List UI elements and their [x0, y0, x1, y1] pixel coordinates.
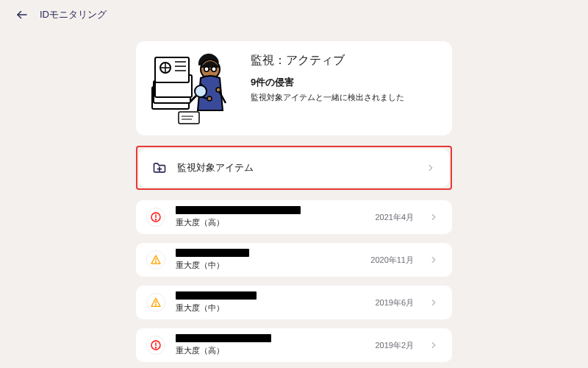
breach-date: 2019年6月: [375, 297, 414, 308]
breach-main: 重大度（中）: [176, 249, 360, 271]
breach-date: 2021年4月: [375, 212, 414, 223]
status-text: 監視：アクティブ 9件の侵害 監視対象アイテムと一緒に検出されました: [251, 52, 439, 103]
status-desc: 監視対象アイテムと一緒に検出されました: [251, 92, 439, 103]
severity-label: 重大度（中）: [176, 302, 365, 314]
arrow-left-icon: [15, 8, 29, 21]
breach-list: 重大度（高） 2021年4月 重大度（中） 2020年11月 重大度（中）: [136, 200, 452, 362]
breach-date: 2019年2月: [375, 340, 414, 351]
breach-row[interactable]: 重大度（中） 2020年11月: [136, 243, 452, 277]
svg-point-16: [212, 67, 216, 71]
alert-circle-icon: [146, 336, 165, 355]
monitored-items-label: 監視対象アイテム: [177, 161, 415, 174]
svg-point-20: [207, 96, 212, 101]
svg-point-22: [216, 88, 220, 92]
svg-point-31: [155, 305, 156, 305]
svg-rect-11: [179, 112, 199, 124]
redacted-title: [176, 249, 249, 257]
svg-point-34: [155, 347, 156, 348]
chevron-right-icon: [429, 255, 439, 265]
svg-point-27: [155, 219, 156, 220]
alert-triangle-icon: [146, 293, 165, 312]
status-breach-count: 9件の侵害: [251, 76, 439, 89]
chevron-right-icon: [426, 163, 436, 173]
page-title: IDモニタリング: [40, 8, 107, 21]
investigator-illustration: [149, 52, 237, 125]
severity-label: 重大度（高）: [176, 345, 365, 356]
content-column: 監視：アクティブ 9件の侵害 監視対象アイテムと一緒に検出されました 監視対象ア…: [136, 41, 452, 362]
breach-main: 重大度（高）: [176, 206, 365, 228]
redacted-title: [176, 206, 301, 214]
status-heading: 監視：アクティブ: [251, 53, 439, 68]
monitoring-status-card: 監視：アクティブ 9件の侵害 監視対象アイテムと一緒に検出されました: [136, 41, 452, 135]
folder-plus-icon: [152, 160, 167, 175]
breach-row[interactable]: 重大度（中） 2019年6月: [136, 286, 452, 319]
svg-point-29: [155, 262, 156, 263]
monitored-items-row-highlighted: 監視対象アイテム: [136, 146, 452, 190]
back-button[interactable]: [15, 7, 29, 22]
svg-point-18: [195, 85, 207, 97]
chevron-right-icon: [429, 297, 439, 308]
breach-row[interactable]: 重大度（高） 2021年4月: [136, 200, 452, 234]
header-bar: IDモニタリング: [0, 0, 588, 26]
svg-point-15: [204, 67, 209, 71]
alert-triangle-icon: [146, 250, 165, 269]
severity-label: 重大度（中）: [176, 260, 360, 271]
breach-row[interactable]: 重大度（高） 2019年2月: [136, 328, 452, 362]
chevron-right-icon: [429, 340, 439, 350]
chevron-right-icon: [429, 212, 439, 222]
redacted-title: [176, 334, 271, 342]
alert-circle-icon: [146, 208, 165, 227]
monitored-items-button[interactable]: 監視対象アイテム: [139, 149, 449, 187]
breach-main: 重大度（高）: [176, 334, 365, 356]
severity-label: 重大度（高）: [176, 217, 365, 228]
redacted-title: [176, 291, 257, 300]
breach-main: 重大度（中）: [176, 291, 365, 314]
breach-date: 2020年11月: [370, 255, 414, 266]
